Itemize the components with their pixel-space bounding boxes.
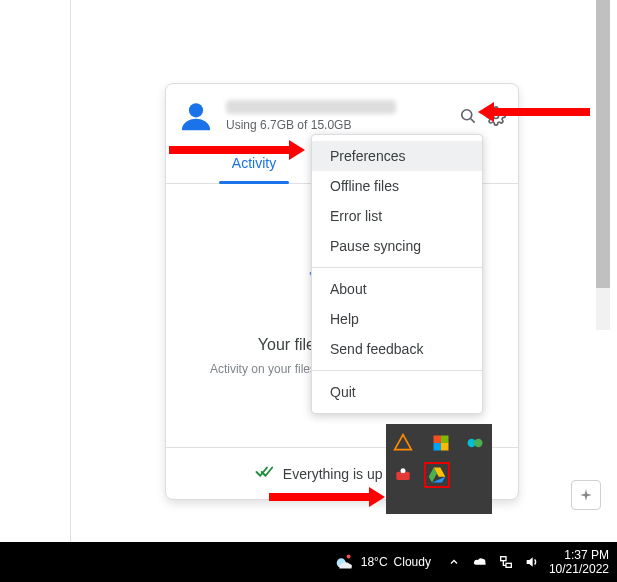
svg-point-14	[346, 554, 350, 558]
page-left-border	[70, 0, 71, 542]
menu-separator	[312, 370, 482, 371]
avatar[interactable]	[176, 96, 216, 136]
taskbar: 18°C Cloudy 1:37 PM 10/21/2022	[0, 542, 617, 582]
tray-app-icon[interactable]	[390, 430, 416, 456]
tray-chevron[interactable]	[445, 553, 463, 571]
svg-point-0	[189, 103, 203, 117]
tray-app-icon[interactable]	[390, 462, 416, 488]
account-info: Using 6.7GB of 15.0GB	[226, 100, 454, 132]
tray-close-button[interactable]	[571, 480, 601, 510]
menu-preferences[interactable]: Preferences	[312, 141, 482, 171]
tray-overflow	[386, 424, 492, 514]
annotation-arrow-preferences	[169, 146, 291, 154]
svg-rect-15	[501, 557, 506, 561]
menu-error-list[interactable]: Error list	[312, 201, 482, 231]
page-scrollbar-thumb[interactable]	[596, 0, 610, 288]
weather-temp: 18°C	[361, 555, 388, 569]
svg-line-2	[471, 119, 475, 123]
settings-menu: Preferences Offline files Error list Pau…	[311, 134, 483, 414]
clock-date: 10/21/2022	[549, 562, 609, 576]
menu-quit[interactable]: Quit	[312, 377, 482, 407]
annotation-arrow-tray	[269, 493, 371, 501]
weather-cond: Cloudy	[394, 555, 431, 569]
search-icon	[458, 106, 478, 126]
menu-separator	[312, 267, 482, 268]
svg-rect-7	[434, 443, 442, 451]
svg-rect-6	[441, 436, 449, 444]
sparkle-icon	[579, 488, 593, 502]
taskbar-weather[interactable]: 18°C Cloudy	[333, 551, 431, 573]
menu-send-feedback[interactable]: Send feedback	[312, 334, 482, 364]
annotation-arrow-settings	[492, 108, 590, 116]
double-check-icon	[255, 465, 273, 483]
tray-drive-icon[interactable]	[424, 462, 450, 488]
svg-point-1	[462, 110, 472, 120]
system-tray	[445, 553, 541, 571]
tray-app-icon[interactable]	[462, 430, 488, 456]
svg-point-10	[474, 439, 482, 447]
menu-help[interactable]: Help	[312, 304, 482, 334]
volume-icon[interactable]	[523, 553, 541, 571]
menu-pause-syncing[interactable]: Pause syncing	[312, 231, 482, 261]
clock-time: 1:37 PM	[549, 548, 609, 562]
svg-rect-5	[434, 436, 442, 444]
svg-rect-16	[506, 563, 511, 567]
menu-offline-files[interactable]: Offline files	[312, 171, 482, 201]
svg-point-12	[401, 468, 406, 473]
account-email-blurred	[226, 100, 396, 114]
onedrive-icon[interactable]	[471, 553, 489, 571]
network-icon[interactable]	[497, 553, 515, 571]
weather-icon	[333, 551, 355, 573]
svg-rect-8	[441, 443, 449, 451]
menu-about[interactable]: About	[312, 274, 482, 304]
storage-text: Using 6.7GB of 15.0GB	[226, 118, 454, 132]
taskbar-clock[interactable]: 1:37 PM 10/21/2022	[549, 548, 609, 577]
tray-security-icon[interactable]	[428, 430, 454, 456]
